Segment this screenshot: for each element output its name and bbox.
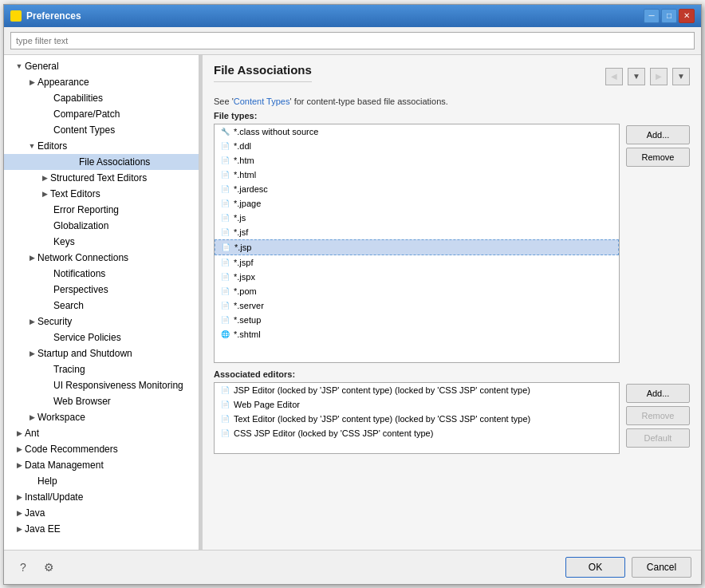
editor-label: Web Page Editor	[234, 400, 300, 409]
expand-icon-data-management: ▶	[14, 460, 25, 471]
forward-button[interactable]: ▶	[650, 68, 668, 85]
help-icon: ?	[20, 561, 26, 574]
tree-item-workspace[interactable]: ▶ Workspace	[4, 409, 199, 425]
tree-item-ant[interactable]: ▶ Ant	[4, 425, 199, 441]
file-type-label: *.jsf	[234, 227, 248, 237]
editors-remove-button[interactable]: Remove	[626, 406, 690, 425]
file-type-jardesc[interactable]: 📄 *.jardesc	[215, 182, 619, 196]
tree-label-java: Java	[25, 507, 45, 519]
file-type-server[interactable]: 📄 *.server	[215, 298, 619, 313]
tree-item-startup-shutdown[interactable]: ▶ Startup and Shutdown	[4, 345, 199, 361]
tree-item-tracing[interactable]: Tracing	[4, 361, 199, 377]
maximize-button[interactable]: □	[661, 9, 677, 23]
file-type-label: *.jardesc	[234, 184, 268, 194]
expand-icon-java-ee: ▶	[14, 523, 25, 535]
footer-buttons: OK Cancel	[565, 557, 691, 578]
associated-editors-list[interactable]: 📄 JSP Editor (locked by 'JSP' content ty…	[214, 382, 620, 454]
file-type-htm[interactable]: 📄 *.htm	[215, 153, 619, 168]
file-type-pom[interactable]: 📄 *.pom	[215, 284, 619, 298]
tree-item-general[interactable]: ▼ General	[4, 58, 199, 74]
tree-item-network-connections[interactable]: ▶ Network Connections	[4, 250, 199, 266]
tree-item-java-ee[interactable]: ▶ Java EE	[4, 521, 199, 537]
title-bar: Preferences ─ □ ✕	[4, 5, 701, 27]
tree-item-compare-patch[interactable]: Compare/Patch	[4, 106, 199, 122]
file-type-jspx[interactable]: 📄 *.jspx	[215, 270, 619, 284]
tree-item-structured-text[interactable]: ▶ Structured Text Editors	[4, 170, 199, 186]
file-type-setup[interactable]: 📄 *.setup	[215, 313, 619, 327]
file-types-buttons: Add... Remove	[626, 124, 690, 363]
file-type-class[interactable]: 🔧 *.class without source	[215, 124, 619, 139]
file-type-jpage[interactable]: 📄 *.jpage	[215, 196, 619, 211]
tree-label-file-associations: File Associations	[79, 156, 150, 168]
tree-item-capabilities[interactable]: Capabilities	[4, 90, 199, 106]
tree-label-notifications: Notifications	[53, 268, 105, 279]
tree-label-web-browser: Web Browser	[53, 396, 111, 407]
tree-item-content-types[interactable]: Content Types	[4, 122, 199, 138]
ok-button[interactable]: OK	[565, 557, 625, 578]
tree-item-keys[interactable]: Keys	[4, 234, 199, 250]
editor-icon-cssjsp: 📄	[219, 428, 230, 439]
file-type-jspf[interactable]: 📄 *.jspf	[215, 255, 619, 270]
tree-label-globalization: Globalization	[53, 220, 108, 231]
tree-label-structured-text: Structured Text Editors	[50, 172, 147, 184]
tree-item-notifications[interactable]: Notifications	[4, 266, 199, 282]
doc-icon-jspx: 📄	[219, 271, 230, 282]
tree-item-install-update[interactable]: ▶ Install/Update	[4, 489, 199, 505]
tree-item-file-associations[interactable]: File Associations	[4, 154, 199, 170]
tree-item-service-policies[interactable]: Service Policies	[4, 330, 199, 345]
tree-item-security[interactable]: ▶ Security	[4, 314, 199, 330]
tree-item-data-management[interactable]: ▶ Data Management	[4, 457, 199, 473]
file-type-jsp[interactable]: 📄 *.jsp	[215, 239, 619, 255]
tree-item-text-editors[interactable]: ▶ Text Editors	[4, 186, 199, 202]
tree-item-java[interactable]: ▶ Java	[4, 505, 199, 521]
dialog-title: Preferences	[26, 10, 81, 22]
tree-item-perspectives[interactable]: Perspectives	[4, 282, 199, 298]
editor-item-text[interactable]: 📄 Text Editor (locked by 'JSP' content t…	[215, 412, 619, 426]
tree-label-workspace: Workspace	[37, 412, 85, 423]
file-type-label: *.html	[234, 170, 256, 180]
doc-icon-jardesc: 📄	[219, 184, 230, 195]
editors-default-button[interactable]: Default	[626, 428, 690, 448]
tree-item-editors[interactable]: ▼ Editors	[4, 138, 199, 154]
file-types-list[interactable]: 🔧 *.class without source 📄 *.ddl 📄 *.htm	[214, 124, 620, 363]
dialog-footer: ? ⚙ OK Cancel	[4, 550, 701, 584]
close-button[interactable]: ✕	[679, 9, 695, 23]
editor-icon-text: 📄	[219, 413, 230, 424]
preferences-icon-button[interactable]: ⚙	[39, 558, 58, 577]
doc-icon-jspf: 📄	[219, 257, 230, 268]
file-type-html[interactable]: 📄 *.html	[215, 168, 619, 182]
tree-item-web-browser[interactable]: Web Browser	[4, 393, 199, 409]
doc-icon-setup: 📄	[219, 314, 230, 326]
editors-add-button[interactable]: Add...	[626, 384, 690, 403]
expand-icon-structured-text: ▶	[39, 172, 50, 184]
file-types-add-button[interactable]: Add...	[626, 125, 690, 144]
expand-icon-general: ▼	[14, 61, 25, 72]
tree-item-code-recommenders[interactable]: ▶ Code Recommenders	[4, 441, 199, 457]
file-types-remove-button[interactable]: Remove	[626, 148, 690, 167]
tree-item-search[interactable]: Search	[4, 298, 199, 314]
editor-item-cssjsp[interactable]: 📄 CSS JSP Editor (locked by 'CSS JSP' co…	[215, 426, 619, 440]
search-input[interactable]	[10, 32, 695, 49]
back-button[interactable]: ◀	[605, 68, 623, 85]
content-types-link[interactable]: Content Types	[234, 97, 290, 106]
file-type-jsf[interactable]: 📄 *.jsf	[215, 225, 619, 239]
minimize-button[interactable]: ─	[644, 9, 660, 23]
tree-item-ui-responsiveness[interactable]: UI Responsiveness Monitoring	[4, 377, 199, 393]
tree-label-data-management: Data Management	[25, 460, 104, 471]
editor-item-jsp[interactable]: 📄 JSP Editor (locked by 'JSP' content ty…	[215, 383, 619, 397]
tree-item-help[interactable]: Help	[4, 473, 199, 489]
file-type-js[interactable]: 📄 *.js	[215, 211, 619, 225]
help-button[interactable]: ?	[14, 558, 33, 577]
tree-label-editors: Editors	[37, 140, 67, 152]
associated-editors-container: 📄 JSP Editor (locked by 'JSP' content ty…	[214, 382, 690, 454]
tree-item-appearance[interactable]: ▶ Appearance	[4, 74, 199, 90]
file-type-ddl[interactable]: 📄 *.ddl	[215, 139, 619, 153]
forward-dropdown-button[interactable]: ▼	[672, 68, 690, 85]
editor-item-webpage[interactable]: 📄 Web Page Editor	[215, 397, 619, 412]
back-dropdown-button[interactable]: ▼	[628, 68, 645, 85]
expand-icon-java: ▶	[14, 507, 25, 519]
cancel-button[interactable]: Cancel	[632, 557, 691, 578]
tree-item-globalization[interactable]: Globalization	[4, 218, 199, 234]
tree-item-error-reporting[interactable]: Error Reporting	[4, 202, 199, 218]
file-type-shtml[interactable]: 🌐 *.shtml	[215, 327, 619, 341]
